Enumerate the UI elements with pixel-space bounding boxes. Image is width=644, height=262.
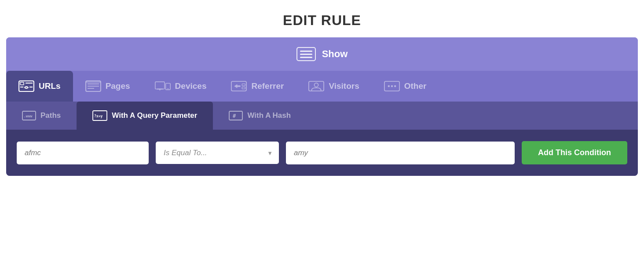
tab-pages[interactable]: Pages xyxy=(73,71,143,102)
devices-icon xyxy=(155,80,171,92)
show-icon-line-3 xyxy=(300,57,312,58)
show-icon-line-2 xyxy=(300,54,312,55)
sub-tabs-row: .www Paths ?x=y With A Query Parameter #… xyxy=(6,102,638,130)
sub-tab-hash[interactable]: # With A Hash xyxy=(213,102,307,130)
tab-referrer-label: Referrer xyxy=(251,81,284,91)
svg-rect-10 xyxy=(155,82,164,89)
paths-icon: .www xyxy=(22,111,36,120)
tab-urls-label: URLs xyxy=(39,81,61,91)
tab-devices-label: Devices xyxy=(175,81,207,91)
operator-select-wrapper: Is Equal To... Is Not Equal To... Contai… xyxy=(156,142,279,164)
tab-referrer[interactable]: Referrer xyxy=(219,71,296,102)
sub-tab-hash-label: With A Hash xyxy=(247,111,291,120)
tab-urls[interactable]: URLs xyxy=(6,71,73,102)
referrer-icon xyxy=(231,80,247,92)
page-title: EDIT RULE xyxy=(0,0,644,37)
urls-icon xyxy=(18,80,34,92)
tab-other[interactable]: Other xyxy=(372,71,439,102)
svg-point-23 xyxy=(394,85,396,87)
rule-editor: Show URLs Pages xyxy=(6,37,638,176)
tab-devices[interactable]: Devices xyxy=(143,71,219,102)
show-icon-line-1 xyxy=(300,51,312,52)
svg-rect-1 xyxy=(20,82,24,85)
show-label: Show xyxy=(322,48,348,60)
visitors-icon xyxy=(308,80,324,92)
svg-rect-17 xyxy=(242,87,245,89)
svg-point-19 xyxy=(315,83,318,87)
pages-icon xyxy=(85,80,101,92)
svg-text:?x=y: ?x=y xyxy=(94,114,102,118)
tab-other-label: Other xyxy=(404,81,427,91)
svg-rect-16 xyxy=(242,84,245,86)
query-param-icon: ?x=y xyxy=(92,110,107,121)
condition-row: Is Equal To... Is Not Equal To... Contai… xyxy=(6,130,638,176)
sub-tab-query-param-label: With A Query Parameter xyxy=(112,111,197,120)
tab-visitors-label: Visitors xyxy=(329,81,359,91)
show-icon xyxy=(296,47,316,61)
sub-tab-paths[interactable]: .www Paths xyxy=(6,102,77,130)
svg-point-22 xyxy=(391,85,393,87)
show-bar: Show xyxy=(6,37,638,71)
tab-visitors[interactable]: Visitors xyxy=(296,71,371,102)
sub-tab-paths-label: Paths xyxy=(40,111,61,120)
tab-pages-label: Pages xyxy=(106,81,130,91)
add-condition-button[interactable]: Add This Condition xyxy=(522,141,627,164)
svg-text:#: # xyxy=(233,113,236,119)
param-input[interactable] xyxy=(17,142,149,164)
sub-tab-query-param[interactable]: ?x=y With A Query Parameter xyxy=(77,102,213,130)
hash-icon: # xyxy=(229,111,243,120)
category-tabs: URLs Pages Devices xyxy=(6,71,638,102)
svg-point-21 xyxy=(388,85,390,87)
svg-rect-9 xyxy=(86,81,101,83)
value-input[interactable] xyxy=(286,142,515,164)
svg-text:.www: .www xyxy=(24,114,32,118)
show-icon-lines xyxy=(300,51,312,58)
other-icon xyxy=(384,80,400,92)
operator-select[interactable]: Is Equal To... Is Not Equal To... Contai… xyxy=(156,142,279,164)
